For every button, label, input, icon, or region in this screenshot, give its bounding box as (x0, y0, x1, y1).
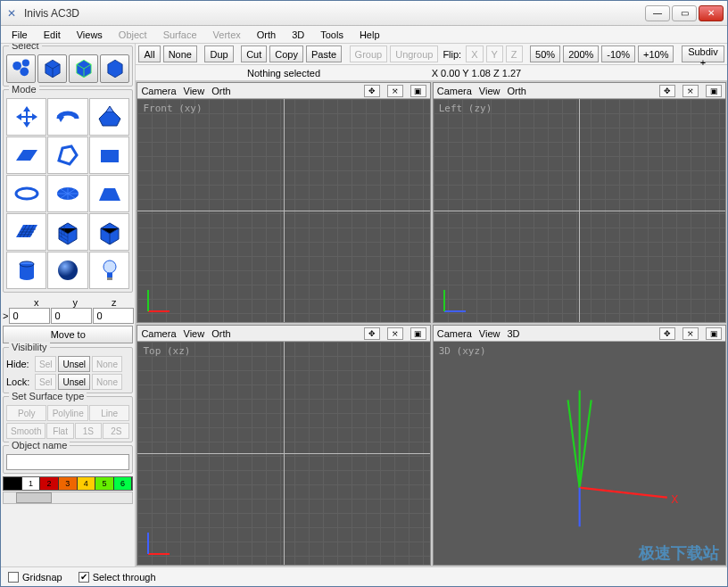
vp-max-icon[interactable]: ▣ (410, 327, 426, 340)
move-to-button[interactable]: Move to (3, 326, 133, 343)
vp-fit-icon[interactable]: ⤧ (387, 85, 403, 97)
vp-camera[interactable]: Camera (141, 328, 176, 339)
vp-front-canvas[interactable]: Front (xy) (137, 99, 429, 322)
coord-x-input[interactable] (9, 308, 50, 324)
tb-200[interactable]: 200% (563, 45, 599, 62)
surf-flat-button[interactable]: Flat (46, 423, 73, 439)
select-object-icon[interactable] (69, 54, 98, 83)
surf-polyline-button[interactable]: Polyline (47, 405, 87, 421)
mode-move-icon[interactable] (6, 98, 46, 136)
vp-camera[interactable]: Camera (437, 328, 472, 339)
gridsnap-checkbox[interactable]: Gridsnap (8, 572, 62, 583)
hide-sel-button[interactable]: Sel (35, 356, 56, 372)
vp-view[interactable]: View (184, 328, 205, 339)
tb-flip-x[interactable]: X (466, 45, 483, 62)
vp-orth[interactable]: Orth (211, 328, 230, 339)
vp-3d[interactable]: 3D (507, 328, 519, 339)
vp-view[interactable]: View (184, 86, 205, 96)
vp-view[interactable]: View (479, 86, 500, 96)
color-swatch-6[interactable]: 6 (114, 477, 133, 490)
color-swatch-0[interactable] (4, 477, 22, 490)
tb-dup[interactable]: Dup (204, 45, 233, 62)
menu-3d[interactable]: 3D (285, 28, 311, 42)
tb-ungroup[interactable]: Ungroup (390, 45, 438, 62)
menu-orth[interactable]: Orth (250, 28, 283, 42)
surf-smooth-button[interactable]: Smooth (6, 423, 46, 439)
menu-file[interactable]: File (4, 28, 35, 42)
menu-views[interactable]: Views (70, 28, 110, 42)
mode-disc-icon[interactable] (47, 175, 87, 212)
mode-cylinder-icon[interactable] (6, 252, 46, 289)
objname-input[interactable] (6, 454, 129, 470)
color-swatch-3[interactable]: 3 (59, 477, 78, 490)
menu-edit[interactable]: Edit (37, 28, 68, 42)
vp-camera[interactable]: Camera (437, 86, 472, 96)
lock-none-button[interactable]: None (92, 374, 122, 390)
mode-light-icon[interactable] (89, 252, 129, 289)
vp-move-icon[interactable]: ✥ (659, 85, 675, 97)
vp-camera[interactable]: Camera (141, 86, 176, 96)
hide-unsel-button[interactable]: Unsel (58, 356, 90, 372)
tb-paste[interactable]: Paste (306, 45, 342, 62)
vp-max-icon[interactable]: ▣ (410, 85, 426, 97)
color-swatch-1[interactable]: 1 (22, 477, 41, 490)
mode-cube-icon[interactable] (89, 213, 129, 251)
vp-fit-icon[interactable]: ⤧ (387, 327, 403, 340)
vp-left-canvas[interactable]: Left (zy) (434, 99, 725, 322)
vp-orth[interactable]: Orth (507, 86, 525, 96)
menu-tools[interactable]: Tools (313, 28, 351, 42)
tb-none[interactable]: None (163, 45, 197, 62)
tb-cut[interactable]: Cut (241, 45, 267, 62)
mode-plane-icon[interactable] (6, 136, 46, 174)
coord-z-input[interactable] (93, 308, 134, 324)
select-group-icon[interactable] (100, 54, 129, 83)
mode-ellipse-icon[interactable] (6, 175, 46, 212)
menu-surface[interactable]: Surface (156, 28, 204, 42)
mode-poly-icon[interactable] (47, 136, 87, 174)
tb-flip-y[interactable]: Y (486, 45, 503, 62)
menu-help[interactable]: Help (352, 28, 387, 42)
menu-vertex[interactable]: Vertex (206, 28, 248, 42)
vp-max-icon[interactable]: ▣ (706, 85, 722, 97)
tb-group[interactable]: Group (350, 45, 388, 62)
tb-copy[interactable]: Copy (269, 45, 303, 62)
vp-max-icon[interactable]: ▣ (706, 327, 722, 340)
vp-3d-canvas[interactable]: 3D (xyz) X (434, 342, 725, 565)
tb-subdiv[interactable]: Subdiv + (682, 45, 724, 62)
mode-sphere-icon[interactable] (47, 252, 87, 289)
mode-extrude-icon[interactable] (89, 98, 129, 136)
swatch-scrollbar[interactable] (3, 492, 133, 504)
tb-m10[interactable]: -10% (601, 45, 635, 62)
tb-all[interactable]: All (138, 45, 160, 62)
vp-fit-icon[interactable]: ⤧ (682, 85, 699, 97)
mode-grid-icon[interactable] (6, 213, 46, 251)
mode-rect-icon[interactable] (89, 136, 129, 174)
mode-trapezoid-icon[interactable] (89, 175, 129, 212)
vp-move-icon[interactable]: ✥ (659, 327, 675, 340)
mode-rotate-icon[interactable] (47, 98, 87, 136)
vp-view[interactable]: View (479, 328, 500, 339)
close-button[interactable]: ✕ (699, 5, 724, 21)
menu-object[interactable]: Object (112, 28, 154, 42)
lock-unsel-button[interactable]: Unsel (58, 374, 90, 390)
tb-p10[interactable]: +10% (638, 45, 674, 62)
surf-2s-button[interactable]: 2S (103, 423, 129, 439)
vp-move-icon[interactable]: ✥ (364, 85, 380, 97)
color-swatch-2[interactable]: 2 (40, 477, 59, 490)
color-swatch-5[interactable]: 5 (95, 477, 114, 490)
vp-fit-icon[interactable]: ⤧ (682, 327, 699, 340)
lock-sel-button[interactable]: Sel (35, 374, 56, 390)
mode-box-icon[interactable] (47, 213, 87, 251)
color-swatch-4[interactable]: 4 (78, 477, 96, 490)
hide-none-button[interactable]: None (92, 356, 122, 372)
surf-1s-button[interactable]: 1S (75, 423, 102, 439)
select-vertex-icon[interactable] (6, 54, 36, 83)
surf-line-button[interactable]: Line (89, 405, 129, 421)
selthrough-checkbox[interactable]: ✔ Select through (79, 572, 156, 583)
maximize-button[interactable]: ▭ (672, 5, 697, 21)
coord-y-input[interactable] (51, 308, 92, 324)
vp-top-canvas[interactable]: Top (xz) (137, 342, 429, 565)
surf-poly-button[interactable]: Poly (6, 405, 46, 421)
vp-move-icon[interactable]: ✥ (364, 327, 380, 340)
tb-flip-z[interactable]: Z (506, 45, 523, 62)
